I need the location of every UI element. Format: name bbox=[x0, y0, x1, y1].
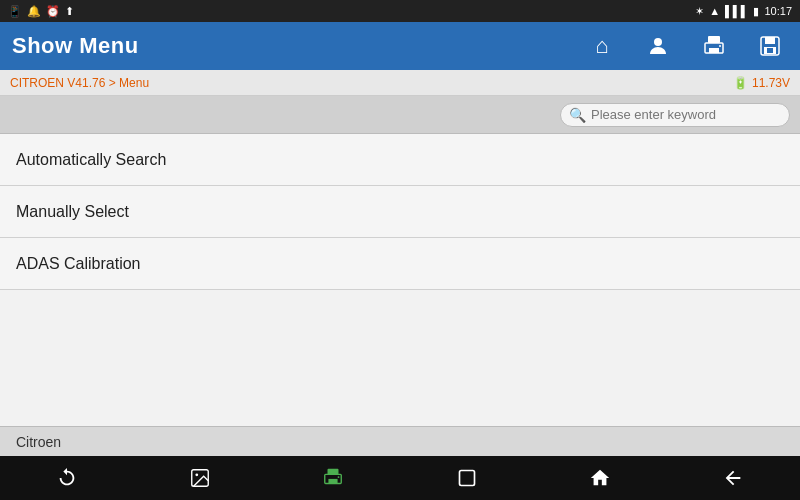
print-nav-btn[interactable] bbox=[311, 456, 355, 500]
search-input[interactable] bbox=[591, 107, 777, 122]
wifi-icon: ▲ bbox=[709, 5, 720, 17]
page-title: Show Menu bbox=[12, 33, 139, 59]
search-bar: 🔍 bbox=[0, 96, 800, 134]
menu-item-adas[interactable]: ADAS Calibration bbox=[0, 238, 800, 290]
auto-search-label: Automatically Search bbox=[16, 151, 166, 169]
header-icon-group: ⌂ bbox=[584, 28, 788, 64]
user-button[interactable] bbox=[640, 28, 676, 64]
svg-point-10 bbox=[195, 473, 198, 476]
svg-point-4 bbox=[719, 45, 721, 47]
menu-list: Automatically Search Manually Select ADA… bbox=[0, 134, 800, 290]
battery-icon: 🔋 bbox=[733, 76, 748, 90]
breadcrumb: CITROEN V41.76 > Menu bbox=[10, 76, 149, 90]
svg-rect-15 bbox=[459, 471, 474, 486]
bluetooth-icon: ✶ bbox=[695, 5, 704, 18]
status-bar: 📱 🔔 ⏰ ⬆ ✶ ▲ ▌▌▌ ▮ 10:17 bbox=[0, 0, 800, 22]
status-bar-right: ✶ ▲ ▌▌▌ ▮ 10:17 bbox=[695, 5, 792, 18]
home-nav-btn[interactable] bbox=[578, 456, 622, 500]
menu-item-auto-search[interactable]: Automatically Search bbox=[0, 134, 800, 186]
bottom-label-text: Citroen bbox=[16, 434, 61, 450]
home-button[interactable]: ⌂ bbox=[584, 28, 620, 64]
refresh-nav-btn[interactable] bbox=[45, 456, 89, 500]
volume-icon: 🔔 bbox=[27, 5, 41, 18]
status-bar-left: 📱 🔔 ⏰ ⬆ bbox=[8, 5, 74, 18]
adas-label: ADAS Calibration bbox=[16, 255, 141, 273]
breadcrumb-bar: CITROEN V41.76 > Menu 🔋 11.73V bbox=[0, 70, 800, 96]
time-display: 10:17 bbox=[764, 5, 792, 17]
header-bar: Show Menu ⌂ bbox=[0, 22, 800, 70]
svg-rect-13 bbox=[329, 479, 338, 484]
manual-select-label: Manually Select bbox=[16, 203, 129, 221]
search-wrapper[interactable]: 🔍 bbox=[560, 103, 790, 127]
svg-rect-1 bbox=[708, 36, 720, 43]
svg-rect-8 bbox=[767, 48, 773, 53]
svg-point-14 bbox=[338, 476, 340, 478]
battery-voltage: 11.73V bbox=[752, 76, 790, 90]
svg-rect-3 bbox=[709, 48, 719, 53]
bottom-nav bbox=[0, 456, 800, 500]
back-nav-btn[interactable] bbox=[711, 456, 755, 500]
search-icon: 🔍 bbox=[569, 107, 586, 123]
svg-rect-11 bbox=[328, 469, 339, 475]
battery-status-icon: ▮ bbox=[753, 5, 759, 18]
bottom-label: Citroen bbox=[0, 426, 800, 456]
print-button[interactable] bbox=[696, 28, 732, 64]
alarm-icon: ⏰ bbox=[46, 5, 60, 18]
battery-display: 🔋 11.73V bbox=[733, 76, 790, 90]
menu-item-manual-select[interactable]: Manually Select bbox=[0, 186, 800, 238]
svg-point-0 bbox=[654, 38, 662, 46]
save-button[interactable] bbox=[752, 28, 788, 64]
signal-icon: ▌▌▌ bbox=[725, 5, 748, 17]
square-nav-btn[interactable] bbox=[445, 456, 489, 500]
upload-icon: ⬆ bbox=[65, 5, 74, 18]
phone-icon: 📱 bbox=[8, 5, 22, 18]
svg-rect-6 bbox=[765, 37, 775, 44]
gallery-nav-btn[interactable] bbox=[178, 456, 222, 500]
